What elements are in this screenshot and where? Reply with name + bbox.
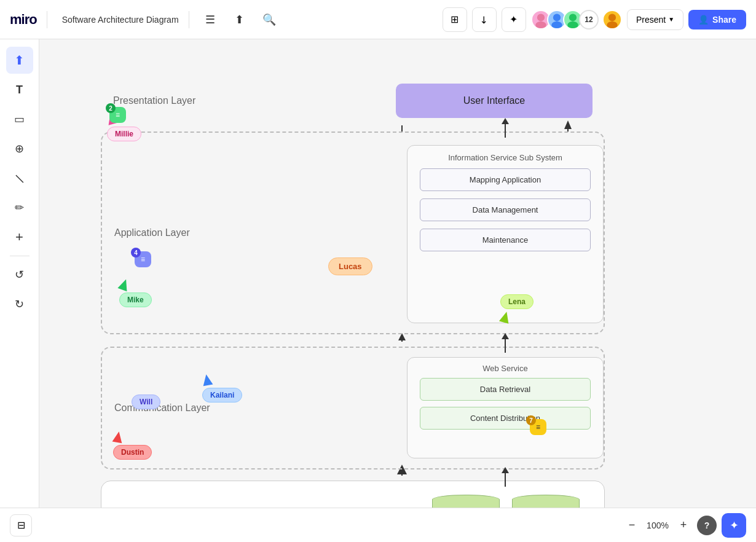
zoom-controls: − 100% + xyxy=(623,517,692,534)
will-label: Will xyxy=(132,395,160,409)
present-label: Present xyxy=(636,15,666,25)
svg-point-0 xyxy=(537,14,545,21)
arrow-tool-icon: ↘ xyxy=(478,12,492,26)
smart-create-button[interactable]: ⊞ xyxy=(443,7,467,32)
svg-point-6 xyxy=(608,14,616,21)
magic-button[interactable]: ✦ xyxy=(502,7,526,32)
upload-button[interactable]: ⬆ xyxy=(229,9,251,31)
redo-icon: ↻ xyxy=(15,297,24,311)
copy-icon: ⊕ xyxy=(15,142,24,155)
avatar-group: 12 xyxy=(531,10,622,29)
info-subsystem-title: Information Service Sub System xyxy=(408,146,603,168)
zoom-in-button[interactable]: + xyxy=(675,517,692,534)
comment-bubble-3: 7 ≡ xyxy=(530,419,546,435)
undo-button[interactable]: ↺ xyxy=(6,261,33,288)
economic-data-cylinder: Economic Data xyxy=(432,495,500,508)
data-retrieval-item: Data Retrieval xyxy=(420,378,591,401)
line-tool[interactable]: | xyxy=(6,165,33,192)
copy-tool[interactable]: ⊕ xyxy=(6,135,33,162)
board-title: Software Architecture Diagram xyxy=(62,15,179,25)
present-dropdown-icon: ▼ xyxy=(668,16,674,23)
svg-point-3 xyxy=(551,21,562,28)
communication-layer-box: Communication Layer Web Service Data Ret… xyxy=(101,347,605,469)
text-icon: T xyxy=(16,84,23,96)
help-button[interactable]: ? xyxy=(697,516,717,535)
bottom-right: − 100% + ? ✦ xyxy=(623,513,746,538)
header-right: ⊞ ↘ ✦ 12 Present ▼ � xyxy=(443,7,746,32)
pen-tool[interactable]: ✏ xyxy=(6,194,33,221)
presentation-layer-label: Presentation Layer xyxy=(113,95,195,106)
panels-button[interactable]: ⊟ xyxy=(10,514,32,536)
cylinder-body-1 xyxy=(432,500,500,508)
arrow-data-to-comm xyxy=(502,467,509,487)
present-button[interactable]: Present ▼ xyxy=(627,9,683,30)
toolbar-separator xyxy=(10,256,30,256)
social-data-cylinder: Social Data xyxy=(512,495,580,508)
panels-icon: ⊟ xyxy=(17,519,25,531)
redo-button[interactable]: ↻ xyxy=(6,291,33,318)
diagram: Presentation Layer User Interface Applic… xyxy=(101,76,605,508)
smart-create-icon: ⊞ xyxy=(451,14,459,25)
comment-bubble-1: 2 ≡ xyxy=(109,107,126,123)
canvas-user-will: Will xyxy=(132,395,160,409)
svg-point-7 xyxy=(607,21,618,28)
share-icon: 👤 xyxy=(698,15,709,25)
lucas-label: Lucas xyxy=(328,257,372,275)
comment-bubble-2: 4 ≡ xyxy=(135,251,151,267)
select-icon: ⬆ xyxy=(14,53,25,68)
millie-label: Millie xyxy=(107,127,141,141)
kailani-label: Kailani xyxy=(202,388,242,403)
note-tool[interactable]: ▭ xyxy=(6,106,33,133)
bottom-bar: ⊟ − 100% + ? ✦ xyxy=(0,508,756,542)
share-label: Share xyxy=(712,15,736,25)
canvas[interactable]: Presentation Layer User Interface Applic… xyxy=(39,39,756,508)
logo: miro xyxy=(10,12,37,28)
select-tool[interactable]: ⬆ xyxy=(6,47,33,74)
pen-icon: ✏ xyxy=(15,201,24,214)
comment-count-3: 7 xyxy=(526,415,536,425)
line-icon: | xyxy=(14,173,25,184)
mike-label: Mike xyxy=(119,293,152,307)
arrow-tool-button[interactable]: ↘ xyxy=(472,7,497,32)
maintenance-item: Maintenance xyxy=(420,229,591,251)
menu-button[interactable]: ☰ xyxy=(199,9,221,31)
text-tool[interactable]: T xyxy=(6,76,33,103)
ui-box-label: User Interface xyxy=(463,95,525,106)
sparks-icon: ✦ xyxy=(730,519,739,532)
comment-icon-2: ≡ xyxy=(141,255,145,264)
comment-count-1: 2 xyxy=(106,103,116,113)
header: miro Software Architecture Diagram ☰ ⬆ 🔍… xyxy=(0,0,756,39)
zoom-out-button[interactable]: − xyxy=(623,517,640,534)
dustin-label: Dustin xyxy=(113,445,152,460)
svg-point-5 xyxy=(567,21,578,28)
lena-cursor xyxy=(499,310,511,324)
ui-box: User Interface xyxy=(396,84,593,118)
info-subsystem-items: Mapping Application Data Management Main… xyxy=(408,168,603,251)
cylinder-body-2 xyxy=(512,500,580,508)
dustin-cursor xyxy=(112,431,124,444)
sparks-button[interactable]: ✦ xyxy=(722,513,746,538)
search-icon: 🔍 xyxy=(262,13,276,26)
menu-icon: ☰ xyxy=(205,13,215,26)
arrow-comm-to-app xyxy=(502,333,509,353)
data-layer-box: Data Layer Economic Data Social Data xyxy=(101,481,605,508)
mike-cursor xyxy=(117,278,130,291)
search-button[interactable]: 🔍 xyxy=(258,9,280,31)
kailani-cursor xyxy=(202,374,213,387)
svg-point-2 xyxy=(553,14,561,21)
add-tool[interactable]: + xyxy=(6,224,33,251)
data-management-item: Data Management xyxy=(420,198,591,221)
mapping-application-item: Mapping Application xyxy=(420,168,591,191)
web-service-items: Data Retrieval Content Distribution xyxy=(408,378,603,430)
magic-icon: ✦ xyxy=(510,14,518,25)
help-icon: ? xyxy=(704,520,710,530)
share-button[interactable]: 👤 Share xyxy=(688,10,746,29)
comment-icon-3: ≡ xyxy=(536,423,540,431)
web-service-title: Web Service xyxy=(408,358,603,378)
presentation-layer: Presentation Layer User Interface xyxy=(101,76,605,125)
note-icon: ▭ xyxy=(14,112,25,126)
communication-layer-label: Communication Layer xyxy=(114,403,210,414)
content-distribution-item: Content Distribution xyxy=(420,407,591,430)
arrow-app-to-presentation xyxy=(502,118,509,138)
zoom-level: 100% xyxy=(645,520,670,530)
